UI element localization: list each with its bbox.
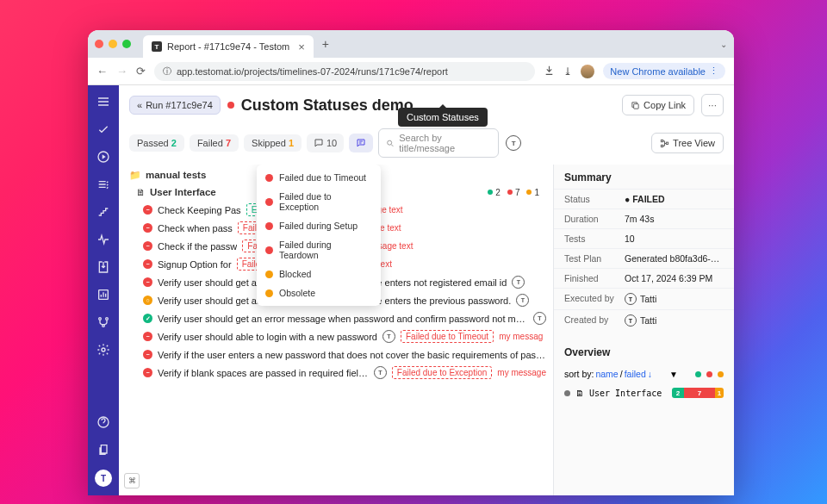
test-name: Check Keeping Pas <box>158 205 241 215</box>
close-window-button[interactable] <box>95 40 103 48</box>
keyboard-shortcut-icon[interactable]: ⌘ <box>124 473 140 488</box>
passed-filter[interactable]: Passed 2 <box>129 134 184 152</box>
search-input[interactable]: Search by title/message <box>378 128 499 158</box>
update-chrome-button[interactable]: New Chrome available⋮ <box>603 63 725 79</box>
tabs-dropdown-icon[interactable]: ⌄ <box>720 40 727 49</box>
list-icon[interactable] <box>96 177 111 192</box>
check-icon[interactable] <box>96 121 111 137</box>
import-icon[interactable] <box>96 259 111 275</box>
sort-name-link[interactable]: name <box>595 369 618 379</box>
svg-rect-10 <box>661 145 662 146</box>
test-name: Check if the passw <box>158 241 237 252</box>
copy-link-button[interactable]: Copy Link <box>622 95 694 115</box>
test-message: my messag <box>499 332 543 341</box>
status-dot-icon: − <box>143 259 152 269</box>
custom-statuses-tooltip: Custom Statuses <box>398 108 488 127</box>
reload-button[interactable]: ⟳ <box>136 65 146 78</box>
test-name: Signup Option for <box>158 259 232 270</box>
new-tab-button[interactable]: + <box>322 37 329 51</box>
url-text: app.testomat.io/projects/timelines-07-20… <box>177 66 448 77</box>
overview-item[interactable]: 🗎 User Interface 2 7 1 <box>554 384 734 401</box>
minimize-window-button[interactable] <box>109 40 117 48</box>
back-to-run-button[interactable]: « Run #171c9e74 <box>129 96 221 115</box>
test-tree: 📁 manual tests 🗎 User Interface 2 7 1 −C… <box>119 165 553 495</box>
custom-status-button[interactable] <box>349 134 373 152</box>
test-name: Verify if the user enters a new password… <box>158 350 546 360</box>
test-name: Verify if blank spaces are passed in req… <box>158 368 369 378</box>
address-bar: ← → ⟳ ⓘ app.testomat.io/projects/timelin… <box>88 58 734 85</box>
download-icon[interactable]: ⤓ <box>563 65 572 78</box>
dropdown-item[interactable]: Failed due to Timeout <box>257 168 381 187</box>
dropdown-item[interactable]: Blocked <box>257 264 381 283</box>
url-input[interactable]: ⓘ app.testomat.io/projects/timelines-07-… <box>154 62 535 81</box>
status-dot-icon: ✓ <box>143 314 152 323</box>
test-row[interactable]: −Verify if the user enters a new passwor… <box>119 345 553 364</box>
back-button[interactable]: ← <box>96 65 108 78</box>
manual-icon: T <box>516 294 529 307</box>
branch-icon[interactable] <box>96 314 111 330</box>
folder-icon: 📁 <box>129 170 141 181</box>
dropdown-item[interactable]: Obsolete <box>257 283 381 302</box>
window-controls <box>95 40 131 48</box>
pulse-icon[interactable] <box>96 232 111 247</box>
files-icon[interactable] <box>96 442 111 457</box>
close-tab-icon[interactable]: × <box>298 40 305 53</box>
gear-icon[interactable] <box>96 342 111 358</box>
manual-icon: T <box>533 312 546 325</box>
profile-avatar[interactable] <box>581 65 594 78</box>
user-icon: T <box>625 314 637 327</box>
test-name: Verify user should able to login with a … <box>158 332 377 342</box>
summary-panel: Summary Status● FAILED Duration7m 43s Te… <box>553 165 734 495</box>
svg-rect-7 <box>634 103 639 109</box>
summary-title: Summary <box>554 165 734 189</box>
test-row[interactable]: ✓Verify user should get an error message… <box>119 309 553 327</box>
filter-icon[interactable]: ▼ <box>669 370 678 379</box>
user-icon: T <box>625 293 637 305</box>
dropdown-item[interactable]: Failed during Setup <box>257 216 381 235</box>
maximize-window-button[interactable] <box>122 40 131 48</box>
install-icon[interactable] <box>544 65 555 78</box>
test-row[interactable]: −Verify user should able to login with a… <box>119 327 553 345</box>
app-logo-icon[interactable]: T <box>95 470 112 487</box>
dropdown-item[interactable]: Failed during Teardown <box>257 235 381 264</box>
help-icon[interactable] <box>96 414 111 430</box>
status-tag: Failed due to Timeout <box>401 330 494 343</box>
play-icon[interactable] <box>96 149 111 165</box>
browser-tab[interactable]: T Report - #171c9e74 - Testom × <box>143 35 314 58</box>
file-legend: 2 7 1 <box>488 188 539 197</box>
status-dot-icon: ○ <box>143 296 152 305</box>
analytics-icon[interactable] <box>96 287 111 302</box>
page-title: Custom Statuses demo <box>241 96 414 115</box>
status-dot-icon: − <box>143 277 152 287</box>
test-name: Check when pass <box>158 223 233 233</box>
tab-title: Report - #171c9e74 - Testom <box>167 41 289 52</box>
manual-icon: T <box>382 330 395 343</box>
manual-test-icon[interactable]: T <box>506 135 521 151</box>
search-placeholder: Search by title/message <box>399 133 491 153</box>
more-actions-button[interactable]: ··· <box>701 94 724 116</box>
tree-view-button[interactable]: Tree View <box>651 133 724 153</box>
status-dot-icon <box>227 102 234 109</box>
test-row[interactable]: −Verify if blank spaces are passed in re… <box>119 364 553 382</box>
site-info-icon[interactable]: ⓘ <box>163 65 171 78</box>
status-tag: Failed due to Exception <box>392 366 493 379</box>
skipped-filter[interactable]: Skipped 1 <box>244 134 302 152</box>
svg-point-2 <box>99 318 102 320</box>
dropdown-item[interactable]: Failed due to Exception <box>257 187 381 216</box>
status-dot-icon: − <box>143 332 152 341</box>
steps-icon[interactable] <box>96 204 111 220</box>
test-message: my message <box>497 368 546 377</box>
menu-icon[interactable] <box>96 94 111 109</box>
sort-failed-link[interactable]: failed <box>625 369 646 379</box>
status-dot-icon: − <box>143 368 152 377</box>
manual-icon: T <box>512 276 525 289</box>
svg-rect-9 <box>661 140 662 141</box>
filter-toolbar: Passed 2 Failed 7 Skipped 1 10 Search by… <box>119 125 734 165</box>
custom-status-dropdown: Failed due to Timeout Failed due to Exce… <box>257 165 381 306</box>
forward-button[interactable]: → <box>116 65 127 78</box>
overview-legend <box>695 371 724 377</box>
messages-count-button[interactable]: 10 <box>307 134 344 152</box>
test-plan-link[interactable]: Generated b80fa3d6-bd80-4d10-... <box>625 253 724 264</box>
failed-filter[interactable]: Failed 7 <box>190 134 239 152</box>
folder-name[interactable]: manual tests <box>146 170 206 180</box>
